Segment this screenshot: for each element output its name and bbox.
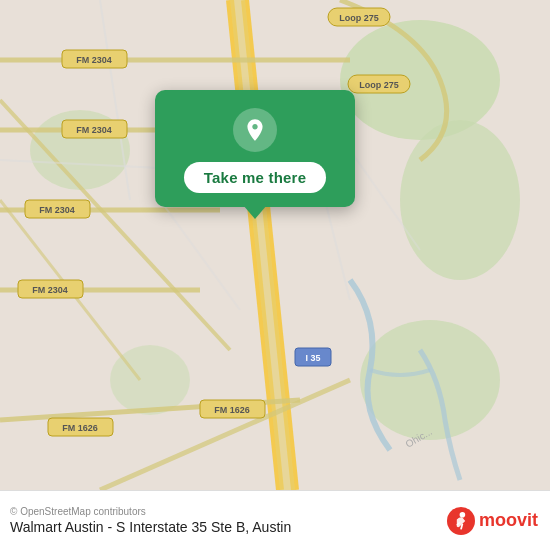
svg-text:FM 2304: FM 2304 [39, 205, 75, 215]
moovit-brand-text: moovit [479, 510, 538, 531]
svg-point-37 [460, 511, 466, 517]
svg-text:Loop 275: Loop 275 [359, 80, 399, 90]
take-me-there-button[interactable]: Take me there [184, 162, 326, 193]
bottom-bar: © OpenStreetMap contributors Walmart Aus… [0, 490, 550, 550]
moovit-logo: moovit [447, 507, 538, 535]
svg-text:I 35: I 35 [305, 353, 320, 363]
location-pin-icon [242, 117, 268, 143]
svg-point-3 [360, 320, 500, 440]
location-name-text: Walmart Austin - S Interstate 35 Ste B, … [10, 519, 291, 535]
location-icon-container [233, 108, 277, 152]
popup-card: Take me there [155, 90, 355, 207]
map-container: FM 2304 FM 2304 FM 2304 FM 2304 FM 1626 … [0, 0, 550, 490]
svg-text:FM 1626: FM 1626 [214, 405, 250, 415]
svg-text:FM 2304: FM 2304 [76, 125, 112, 135]
svg-text:FM 2304: FM 2304 [76, 55, 112, 65]
moovit-brand-icon [447, 507, 475, 535]
copyright-text: © OpenStreetMap contributors [10, 506, 291, 517]
svg-point-2 [400, 120, 520, 280]
bottom-info: © OpenStreetMap contributors Walmart Aus… [10, 506, 291, 535]
svg-text:FM 1626: FM 1626 [62, 423, 98, 433]
svg-text:Loop 275: Loop 275 [339, 13, 379, 23]
svg-text:FM 2304: FM 2304 [32, 285, 68, 295]
